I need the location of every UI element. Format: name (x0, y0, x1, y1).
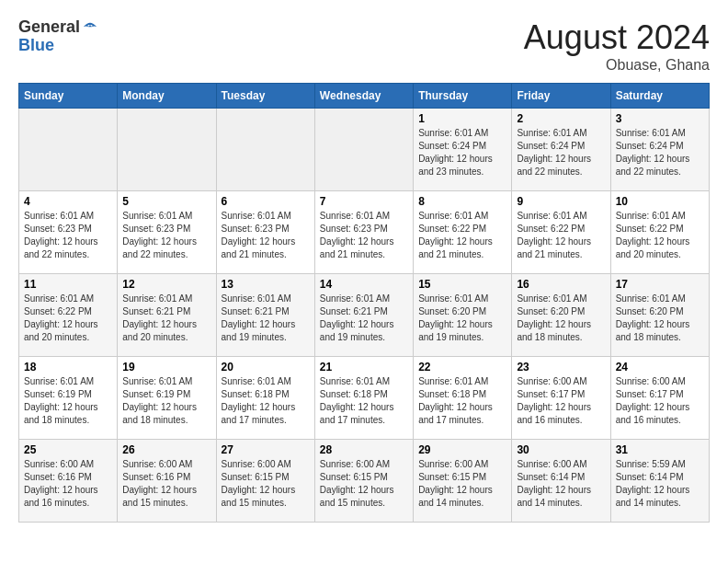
day-number: 1 (418, 112, 506, 125)
day-info: Sunrise: 6:01 AM Sunset: 6:21 PM Dayligh… (222, 293, 310, 344)
calendar-cell: 17Sunrise: 6:01 AM Sunset: 6:20 PM Dayli… (610, 274, 709, 357)
day-number: 28 (320, 443, 408, 456)
day-info: Sunrise: 6:01 AM Sunset: 6:18 PM Dayligh… (222, 375, 310, 427)
calendar-header-row: SundayMondayTuesdayWednesdayThursdayFrid… (19, 84, 710, 109)
calendar-cell: 23Sunrise: 6:00 AM Sunset: 6:17 PM Dayli… (512, 357, 610, 440)
day-info: Sunrise: 6:01 AM Sunset: 6:18 PM Dayligh… (320, 375, 408, 427)
logo-general: General (18, 18, 80, 37)
calendar-cell: 10Sunrise: 6:01 AM Sunset: 6:22 PM Dayli… (610, 191, 709, 274)
day-number: 11 (24, 278, 112, 291)
day-info: Sunrise: 6:01 AM Sunset: 6:20 PM Dayligh… (418, 293, 506, 344)
day-number: 21 (320, 361, 408, 373)
day-info: Sunrise: 6:01 AM Sunset: 6:24 PM Dayligh… (418, 127, 506, 178)
day-info: Sunrise: 6:00 AM Sunset: 6:16 PM Dayligh… (122, 458, 210, 510)
calendar-week-row: 4Sunrise: 6:01 AM Sunset: 6:23 PM Daylig… (19, 191, 710, 274)
calendar-cell: 12Sunrise: 6:01 AM Sunset: 6:21 PM Dayli… (118, 274, 216, 357)
calendar-cell: 1Sunrise: 6:01 AM Sunset: 6:24 PM Daylig… (414, 109, 512, 191)
day-info: Sunrise: 6:01 AM Sunset: 6:20 PM Dayligh… (616, 293, 704, 344)
day-header-saturday: Saturday (610, 84, 709, 109)
calendar-cell: 26Sunrise: 6:00 AM Sunset: 6:16 PM Dayli… (118, 440, 216, 523)
day-number: 7 (320, 195, 408, 208)
calendar-cell (19, 109, 118, 191)
day-number: 14 (320, 278, 408, 291)
day-number: 2 (517, 112, 605, 125)
day-number: 24 (616, 361, 704, 373)
day-number: 20 (222, 361, 310, 373)
calendar-cell: 4Sunrise: 6:01 AM Sunset: 6:23 PM Daylig… (19, 191, 118, 274)
calendar-cell: 13Sunrise: 6:01 AM Sunset: 6:21 PM Dayli… (216, 274, 314, 357)
day-number: 13 (222, 278, 310, 291)
logo-blue: Blue (18, 37, 98, 55)
page-header: General Blue August 2024 Obuase, Ghana (18, 18, 710, 74)
calendar-cell: 29Sunrise: 6:00 AM Sunset: 6:15 PM Dayli… (414, 440, 512, 523)
calendar-cell: 14Sunrise: 6:01 AM Sunset: 6:21 PM Dayli… (314, 274, 413, 357)
day-number: 31 (616, 443, 704, 456)
day-info: Sunrise: 6:00 AM Sunset: 6:17 PM Dayligh… (616, 375, 704, 427)
day-number: 30 (517, 443, 605, 456)
calendar-cell: 30Sunrise: 6:00 AM Sunset: 6:14 PM Dayli… (512, 440, 610, 523)
calendar-cell: 27Sunrise: 6:00 AM Sunset: 6:15 PM Dayli… (216, 440, 314, 523)
day-number: 25 (24, 443, 112, 456)
day-number: 16 (517, 278, 605, 291)
day-header-tuesday: Tuesday (216, 84, 314, 109)
day-number: 15 (418, 278, 506, 291)
calendar-cell: 8Sunrise: 6:01 AM Sunset: 6:22 PM Daylig… (414, 191, 512, 274)
day-number: 29 (418, 443, 506, 456)
day-info: Sunrise: 6:01 AM Sunset: 6:23 PM Dayligh… (222, 210, 310, 261)
day-info: Sunrise: 6:01 AM Sunset: 6:19 PM Dayligh… (122, 375, 210, 427)
calendar-cell: 18Sunrise: 6:01 AM Sunset: 6:19 PM Dayli… (19, 357, 118, 440)
logo: General Blue (18, 18, 98, 55)
day-number: 5 (122, 195, 210, 208)
day-info: Sunrise: 6:01 AM Sunset: 6:23 PM Dayligh… (122, 210, 210, 261)
calendar-cell: 21Sunrise: 6:01 AM Sunset: 6:18 PM Dayli… (314, 357, 413, 440)
logo-bird-icon (82, 20, 98, 37)
day-header-friday: Friday (512, 84, 610, 109)
day-header-monday: Monday (118, 84, 216, 109)
day-header-thursday: Thursday (414, 84, 512, 109)
page-title: August 2024 (524, 18, 710, 57)
day-info: Sunrise: 6:00 AM Sunset: 6:14 PM Dayligh… (517, 458, 605, 510)
day-number: 8 (418, 195, 506, 208)
day-info: Sunrise: 6:01 AM Sunset: 6:22 PM Dayligh… (616, 210, 704, 261)
calendar-cell: 22Sunrise: 6:01 AM Sunset: 6:18 PM Dayli… (414, 357, 512, 440)
day-header-sunday: Sunday (19, 84, 118, 109)
calendar-cell: 24Sunrise: 6:00 AM Sunset: 6:17 PM Dayli… (610, 357, 709, 440)
page-subtitle: Obuase, Ghana (524, 57, 710, 74)
day-number: 22 (418, 361, 506, 373)
day-info: Sunrise: 6:01 AM Sunset: 6:23 PM Dayligh… (24, 210, 112, 261)
day-number: 18 (24, 361, 112, 373)
logo-text: General Blue (18, 18, 98, 55)
day-info: Sunrise: 6:00 AM Sunset: 6:15 PM Dayligh… (418, 458, 506, 510)
calendar-week-row: 18Sunrise: 6:01 AM Sunset: 6:19 PM Dayli… (19, 357, 710, 440)
calendar-cell (216, 109, 314, 191)
day-header-wednesday: Wednesday (314, 84, 413, 109)
day-info: Sunrise: 6:01 AM Sunset: 6:23 PM Dayligh… (320, 210, 408, 261)
calendar-cell (314, 109, 413, 191)
calendar-cell: 28Sunrise: 6:00 AM Sunset: 6:15 PM Dayli… (314, 440, 413, 523)
day-number: 27 (222, 443, 310, 456)
day-number: 12 (122, 278, 210, 291)
day-info: Sunrise: 6:01 AM Sunset: 6:20 PM Dayligh… (517, 293, 605, 344)
calendar-cell: 9Sunrise: 6:01 AM Sunset: 6:22 PM Daylig… (512, 191, 610, 274)
day-info: Sunrise: 6:01 AM Sunset: 6:21 PM Dayligh… (122, 293, 210, 344)
calendar-week-row: 1Sunrise: 6:01 AM Sunset: 6:24 PM Daylig… (19, 109, 710, 191)
calendar-week-row: 25Sunrise: 6:00 AM Sunset: 6:16 PM Dayli… (19, 440, 710, 523)
day-info: Sunrise: 6:01 AM Sunset: 6:22 PM Dayligh… (517, 210, 605, 261)
day-number: 4 (24, 195, 112, 208)
day-number: 9 (517, 195, 605, 208)
day-info: Sunrise: 6:01 AM Sunset: 6:22 PM Dayligh… (418, 210, 506, 261)
calendar-cell: 19Sunrise: 6:01 AM Sunset: 6:19 PM Dayli… (118, 357, 216, 440)
calendar-cell (118, 109, 216, 191)
day-number: 6 (222, 195, 310, 208)
calendar-cell: 25Sunrise: 6:00 AM Sunset: 6:16 PM Dayli… (19, 440, 118, 523)
day-number: 3 (616, 112, 704, 125)
day-number: 17 (616, 278, 704, 291)
title-block: August 2024 Obuase, Ghana (524, 18, 710, 74)
day-number: 19 (122, 361, 210, 373)
day-info: Sunrise: 6:00 AM Sunset: 6:15 PM Dayligh… (222, 458, 310, 510)
day-info: Sunrise: 6:01 AM Sunset: 6:22 PM Dayligh… (24, 293, 112, 344)
calendar-week-row: 11Sunrise: 6:01 AM Sunset: 6:22 PM Dayli… (19, 274, 710, 357)
calendar-cell: 11Sunrise: 6:01 AM Sunset: 6:22 PM Dayli… (19, 274, 118, 357)
day-info: Sunrise: 6:01 AM Sunset: 6:18 PM Dayligh… (418, 375, 506, 427)
calendar-cell: 7Sunrise: 6:01 AM Sunset: 6:23 PM Daylig… (314, 191, 413, 274)
